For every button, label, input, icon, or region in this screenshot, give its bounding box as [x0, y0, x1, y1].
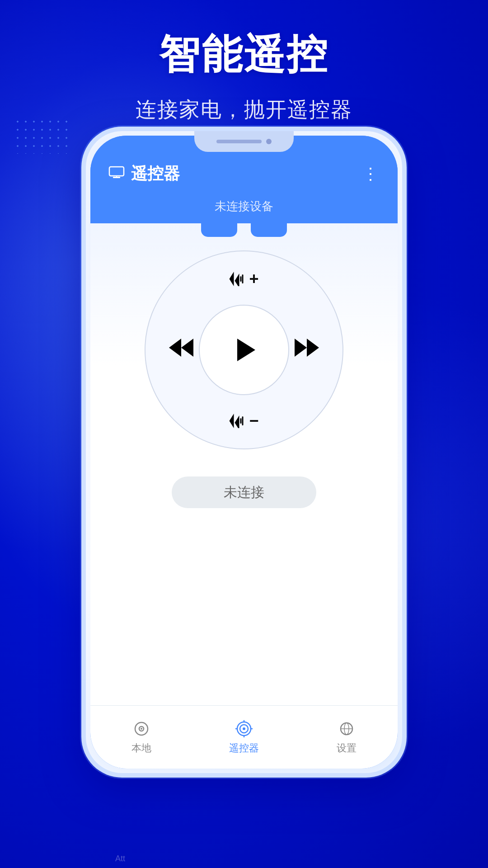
svg-marker-9	[237, 339, 255, 361]
notch-dot	[266, 139, 272, 144]
nav-label-remote: 遥控器	[229, 741, 259, 755]
svg-marker-12	[229, 414, 234, 428]
forward-button[interactable]	[295, 339, 319, 361]
notch-bar	[216, 140, 262, 143]
dpad-outer-ring: +	[145, 250, 343, 449]
nav-item-settings[interactable]: 设置	[295, 720, 398, 755]
panel-tab-left	[201, 223, 237, 237]
app-title-area: 遥控器	[108, 163, 180, 185]
nav-label-settings: 设置	[337, 741, 357, 755]
svg-point-21	[243, 727, 245, 730]
svg-rect-15	[242, 416, 243, 425]
svg-rect-6	[242, 274, 243, 283]
volume-up-button[interactable]: +	[229, 269, 258, 288]
nav-item-local[interactable]: 本地	[90, 720, 193, 755]
sub-title: 连接家电，抛开遥控器	[0, 96, 488, 124]
phone-screen: 遥控器 ⋮ 未连接设备	[90, 136, 398, 769]
tv-icon	[108, 166, 125, 182]
nav-label-local: 本地	[131, 741, 151, 755]
att-label: Att	[115, 854, 125, 863]
panel-tab-right	[251, 223, 287, 237]
panel-decoration	[90, 223, 398, 237]
svg-marker-7	[181, 339, 193, 357]
more-menu-button[interactable]: ⋮	[362, 165, 380, 184]
svg-rect-5	[240, 276, 241, 282]
device-status-label: 未连接设备	[90, 194, 398, 223]
svg-rect-14	[240, 418, 241, 424]
svg-marker-13	[235, 415, 239, 428]
svg-rect-0	[109, 167, 124, 176]
svg-marker-10	[295, 339, 307, 357]
app-title-label: 遥控器	[131, 163, 180, 185]
svg-marker-11	[307, 339, 319, 357]
vol-up-plus: +	[249, 269, 258, 288]
play-button[interactable]	[199, 305, 289, 395]
svg-point-18	[141, 728, 142, 730]
svg-marker-4	[235, 274, 239, 286]
phone-notch	[194, 131, 294, 152]
remote-panel: +	[90, 223, 398, 705]
rewind-button[interactable]	[169, 339, 193, 361]
local-icon	[132, 720, 150, 738]
svg-rect-1	[113, 177, 120, 178]
header-area: 智能遥控 连接家电，抛开遥控器	[0, 0, 488, 124]
phone-frame: 遥控器 ⋮ 未连接设备	[81, 127, 407, 778]
connect-button[interactable]: 未连接	[172, 476, 316, 508]
settings-icon	[338, 720, 356, 738]
vol-down-minus: −	[249, 411, 258, 430]
svg-marker-3	[229, 272, 234, 286]
bottom-navigation: 本地 遥控器	[90, 705, 398, 769]
volume-down-button[interactable]: −	[229, 411, 258, 430]
svg-marker-8	[169, 339, 181, 357]
phone-mockup: 遥控器 ⋮ 未连接设备	[81, 127, 407, 778]
nav-item-remote[interactable]: 遥控器	[193, 720, 296, 755]
remote-icon	[235, 720, 253, 738]
main-title: 智能遥控	[0, 27, 488, 82]
connect-button-label: 未连接	[224, 483, 264, 502]
